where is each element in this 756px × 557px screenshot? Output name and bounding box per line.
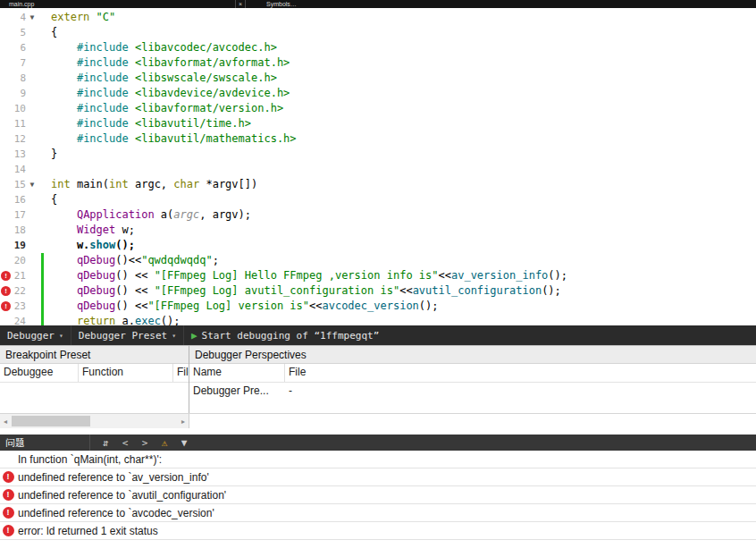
code-line[interactable]: 8 #include <libswscale/swscale.h> [0,71,756,86]
code-token: a( [155,208,174,221]
code-line[interactable]: 16{ [0,192,756,207]
issue-text: undefined reference to `avutil_configura… [16,489,226,502]
code-line[interactable]: 12 #include <libavutil/mathematics.h> [0,131,756,147]
start-debugging-button[interactable]: ▶ Start debugging of “1ffmpegqt” [184,325,386,345]
error-marker-icon[interactable]: ! [1,286,11,296]
code-line[interactable]: 14 [0,162,756,177]
code-token: () << [115,300,147,312]
window-top-bar: main.cpp × Symbols… [0,0,756,8]
scrollbar-thumb[interactable] [12,416,90,426]
gutter-error-slot [0,192,12,207]
code-text: Widget w; [44,223,135,238]
close-icon[interactable]: × [235,0,246,8]
warnings-toggle-icon[interactable]: ⚠ [155,437,174,449]
breakpoint-panel-title: Breakpoint Preset [0,346,189,364]
code-line[interactable]: 20 qDebug()<<"qwdqdwqdq"; [0,253,756,268]
fold-slot [26,71,38,86]
column-header[interactable]: Function [79,364,173,382]
issue-row[interactable]: In function `qMain(int, char**)': [0,451,756,468]
code-line[interactable]: 19 w.show(); [0,238,756,253]
line-number[interactable]: 22 [12,283,26,299]
next-issue-icon[interactable]: > [135,437,155,449]
code-line[interactable]: 6 #include <libavcodec/avcodec.h> [0,40,756,55]
line-number[interactable]: 12 [12,131,26,147]
error-marker-icon[interactable]: ! [1,301,11,311]
perspective-row[interactable]: Debugger Pre...- [189,383,756,401]
code-text: qDebug() << "[FFmpeg Log] Hello FFmpeg ,… [44,268,567,283]
code-token: (); [115,239,135,251]
code-token: qDebug [77,254,115,266]
perspective-cell[interactable]: Debugger Pre... [189,383,285,401]
line-number[interactable]: 8 [12,71,26,86]
line-number[interactable]: 24 [12,314,26,325]
start-debugging-label: Start debugging of “1ffmpegqt” [202,330,380,342]
perspective-cell[interactable]: - [285,383,756,401]
open-file-label[interactable]: main.cpp [9,0,34,8]
code-line[interactable]: 24 return a.exec(); [0,314,756,325]
scroll-right-icon[interactable]: ▸ [178,414,189,428]
code-token [51,102,77,114]
issue-row[interactable]: !error: ld returned 1 exit status [0,522,756,540]
line-number[interactable]: 19 [12,238,26,253]
panel-gap [0,428,756,435]
line-number[interactable]: 18 [12,223,26,238]
code-line[interactable]: !23 qDebug() <<"[FFmpeg Log] version is"… [0,299,756,314]
line-number[interactable]: 17 [12,207,26,223]
code-line[interactable]: 4▼extern "C" [0,10,756,25]
line-number[interactable]: 5 [12,25,26,40]
code-line[interactable]: 17 QApplication a(argc, argv); [0,207,756,223]
horizontal-scrollbar[interactable]: ◂ ▸ [0,414,189,428]
issue-row[interactable]: !undefined reference to `av_version_info… [0,468,756,486]
sort-icon[interactable]: ⇵ [96,437,115,449]
code-text: #include <libavdevice/avdevice.h> [44,86,290,101]
code-line[interactable]: 18 Widget w; [0,223,756,238]
code-token: #include [77,87,129,99]
line-number[interactable]: 21 [12,268,26,283]
line-number[interactable]: 16 [12,192,26,207]
code-line[interactable]: 5{ [0,25,756,40]
issue-row[interactable]: !undefined reference to `avcodec_version… [0,504,756,522]
line-number[interactable]: 20 [12,253,26,268]
code-editor[interactable]: 4▼extern "C"5{6 #include <libavcodec/avc… [0,8,756,325]
column-header[interactable]: Name [189,364,285,382]
code-line[interactable]: !22 qDebug() << "[FFmpeg Log] avutil_con… [0,283,756,299]
code-line[interactable]: 11 #include <libavutil/time.h> [0,116,756,131]
column-header[interactable]: File [285,364,756,382]
code-line[interactable]: 9 #include <libavdevice/avdevice.h> [0,86,756,101]
line-number[interactable]: 15 [12,177,26,192]
code-token: { [51,193,57,206]
code-line[interactable]: 7 #include <libavformat/avformat.h> [0,55,756,71]
line-number[interactable]: 14 [12,162,26,177]
column-header[interactable]: Debuggee [0,364,79,382]
code-line[interactable]: !21 qDebug() << "[FFmpeg Log] Hello FFmp… [0,268,756,283]
fold-marker-icon[interactable]: ▼ [26,10,38,25]
prev-issue-icon[interactable]: < [115,437,135,449]
line-number[interactable]: 23 [12,299,26,314]
line-number[interactable]: 11 [12,116,26,131]
line-number[interactable]: 4 [12,10,26,25]
code-line[interactable]: 15▼int main(int argc, char *argv[]) [0,177,756,192]
debugger-mode-selector[interactable]: Debugger ▾ [0,325,71,345]
code-token: #include [77,117,129,130]
filter-icon[interactable]: ▼ [174,437,194,449]
line-number[interactable]: 7 [12,55,26,71]
code-token: show [89,239,115,251]
issue-row[interactable]: !undefined reference to `avutil_configur… [0,486,756,504]
line-number[interactable]: 13 [12,147,26,162]
column-header[interactable]: File [173,364,189,382]
debugger-preset-dropdown[interactable]: Debugger Preset ▾ [71,325,183,345]
error-marker-icon[interactable]: ! [1,271,11,281]
line-number[interactable]: 10 [12,101,26,116]
code-line[interactable]: 10 #include <libavformat/version.h> [0,101,756,116]
code-token: int [51,178,71,190]
symbol-selector-label[interactable]: Symbols… [266,0,297,8]
code-token [51,117,77,130]
code-token [51,72,77,84]
fold-marker-icon[interactable]: ▼ [26,177,38,192]
line-number[interactable]: 6 [12,40,26,55]
debugger-panels: Breakpoint Preset DebuggeeFunctionFile D… [0,345,756,413]
code-line[interactable]: 13} [0,147,756,162]
ide-window: main.cpp × Symbols… 4▼extern "C"5{6 #inc… [0,0,756,557]
scroll-left-icon[interactable]: ◂ [0,414,11,428]
line-number[interactable]: 9 [12,86,26,101]
